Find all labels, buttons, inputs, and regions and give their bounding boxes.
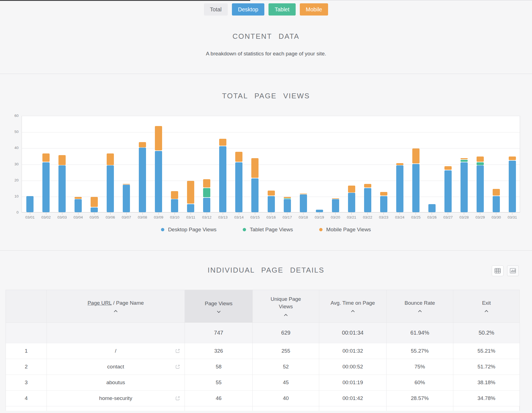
filter-button-mobile[interactable]: Mobile [300,3,328,16]
column-header-bounce_rate[interactable]: Bounce Rate [387,290,453,322]
bar-segment-desktop [316,210,323,212]
bar-chart-icon [510,268,516,273]
table-header-row: Page URL / Page NamePage ViewsUnique Pag… [6,290,520,322]
external-link-icon[interactable] [175,364,180,369]
chart-view-button[interactable] [507,265,519,276]
bar-segment-desktop [58,165,66,212]
legend-item-mobile[interactable]: Mobile Page Views [319,227,371,233]
cell-bounce_rate: 60% [387,374,453,390]
filter-button-desktop[interactable]: Desktop [232,3,264,16]
x-axis-tick [126,213,127,215]
filter-button-tablet[interactable]: Tablet [268,3,295,16]
bar-segment-mobile [123,184,130,184]
table-row: 3aboutus554500:01:1960%38.18% [6,374,520,390]
external-link-icon[interactable] [175,396,180,401]
bar-segment-desktop [42,162,50,212]
bar-segment-desktop [396,165,403,212]
x-axis-tick [303,213,303,215]
x-axis-tick [432,213,432,215]
x-axis-label: 03/10 [166,215,183,219]
column-header-page_views[interactable]: Page Views [185,290,253,322]
x-axis-label: 03/20 [327,215,344,219]
x-axis-label: 03/16 [262,215,280,219]
bar-segment-mobile [171,191,178,199]
cell-avg_time_on_page: 00:01:19 [319,374,387,390]
x-axis-label: 03/09 [150,215,167,219]
bar-segment-desktop [332,199,339,212]
table-view-button[interactable] [492,265,503,276]
x-axis-label: 03/21 [343,215,360,219]
external-link-icon[interactable] [175,348,180,353]
bar-segment-mobile [444,166,452,170]
bar-segment-desktop [268,196,275,212]
bar-segment-mobile [461,158,468,159]
cell-bounce_rate: 75% [387,359,453,374]
x-axis-label: 03/13 [214,215,232,219]
partial-cell [387,406,453,411]
page-views-chart: 010203040506003/0103/0203/0303/0403/0503… [22,116,520,212]
partial-cell [253,406,319,411]
page-url-sort-link[interactable]: Page URL [88,300,112,306]
x-axis-label: 03/18 [295,215,312,219]
legend-item-tablet[interactable]: Tablet Page Views [243,227,293,233]
column-header-unique_page_views[interactable]: Unique Page Views [253,290,319,322]
cell-rank: 2 [6,359,47,374]
x-axis-tick [62,213,62,215]
bar-segment-mobile [493,189,500,196]
summary-cell-avg_time_on_page: 00:01:34 [319,322,387,343]
summary-cell-rank [6,322,47,343]
bar-segment-desktop [187,204,194,212]
bar-segment-mobile [107,153,114,165]
x-axis-tick [448,213,448,215]
sort-desc-icon [217,309,221,313]
bar-segment-mobile [219,139,226,146]
bar-segment-mobile [58,155,66,165]
column-header-page[interactable]: Page URL / Page Name [47,290,185,322]
bar-segment-mobile [477,157,484,162]
summary-cell-unique_page_views: 629 [253,322,319,343]
bar-segment-mobile [42,153,50,162]
bar-segment-mobile [348,186,355,193]
x-axis-tick [46,213,46,215]
bar-segment-mobile [509,157,516,160]
legend-item-desktop[interactable]: Desktop Page Views [161,227,216,233]
y-axis-label: 20 [4,178,19,182]
page-name: contact [107,364,124,370]
bar-segment-mobile [364,184,371,188]
column-header-exit[interactable]: Exit [453,290,520,322]
cell-page_views: 326 [185,343,253,359]
x-axis-label: 03/29 [471,215,489,219]
y-axis-label: 60 [4,114,19,118]
x-axis-tick [400,213,400,215]
bar-segment-desktop [493,196,500,212]
x-axis-label: 03/30 [487,215,505,219]
column-header-avg_time_on_page[interactable]: Avg. Time on Page [319,290,387,322]
cell-exit: 34.78% [453,390,520,406]
cell-unique_page_views: 255 [253,343,319,359]
table-icon [495,268,501,273]
x-axis-label: 03/08 [134,215,151,219]
cell-unique_page_views: 52 [253,359,319,374]
x-axis-tick [383,213,384,215]
y-axis-label: 40 [4,146,19,150]
summary-cell-page [47,322,185,343]
section-divider [0,74,532,74]
total-page-views-title: TOTAL PAGE VIEWS [0,92,532,100]
bar-segment-desktop [75,199,82,212]
bar-segment-mobile [268,191,275,196]
partial-cell [319,406,387,411]
legend-label: Desktop Page Views [168,227,216,233]
x-axis-label: 03/12 [198,215,216,219]
x-axis-label: 03/14 [230,215,248,219]
filter-button-total[interactable]: Total [204,3,228,16]
summary-cell-exit: 50.2% [453,322,520,343]
bar-segment-mobile [187,181,194,204]
x-axis-label: 03/26 [423,215,441,219]
table-row: 2contact585200:00:5275%51.72% [6,359,520,374]
legend-dot [161,228,164,231]
x-axis-tick [30,213,30,215]
bar-segment-mobile [251,158,259,178]
bar-segment-desktop [300,194,307,212]
column-header-label: Page Views [205,300,232,307]
bar-segment-mobile [332,198,339,199]
